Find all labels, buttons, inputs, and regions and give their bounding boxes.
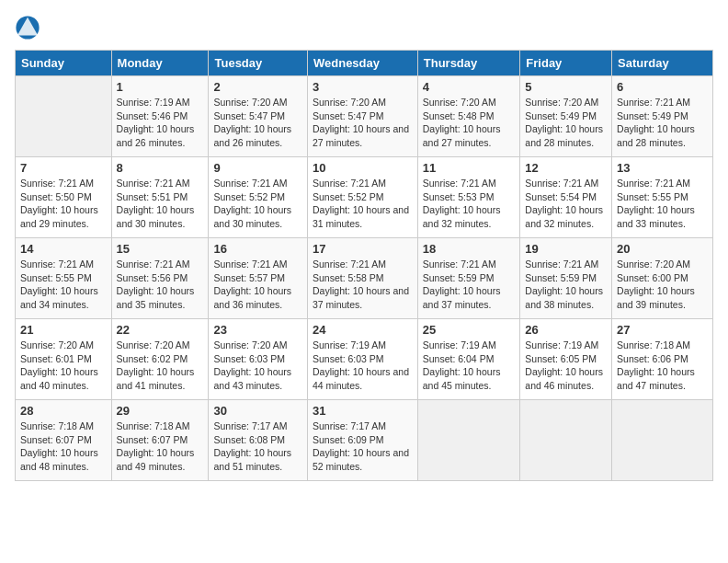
calendar-cell: 3Sunrise: 7:20 AMSunset: 5:47 PMDaylight… [307,76,417,157]
calendar-cell: 6Sunrise: 7:21 AMSunset: 5:49 PMDaylight… [612,76,713,157]
calendar-cell: 31Sunrise: 7:17 AMSunset: 6:09 PMDayligh… [307,400,417,481]
day-number: 23 [213,323,302,337]
day-info: Sunrise: 7:17 AMSunset: 6:08 PMDaylight:… [213,419,302,474]
day-info: Sunrise: 7:20 AMSunset: 6:01 PMDaylight:… [20,339,107,393]
day-number: 11 [423,161,516,175]
calendar-cell: 9Sunrise: 7:21 AMSunset: 5:52 PMDaylight… [209,157,308,238]
day-info: Sunrise: 7:21 AMSunset: 5:58 PMDaylight:… [313,258,413,312]
day-info: Sunrise: 7:18 AMSunset: 6:07 PMDaylight:… [20,419,107,474]
day-info: Sunrise: 7:20 AMSunset: 5:49 PMDaylight:… [525,96,607,150]
calendar-cell: 10Sunrise: 7:21 AMSunset: 5:52 PMDayligh… [307,157,417,238]
logo [15,15,44,40]
day-number: 7 [20,161,107,175]
day-info: Sunrise: 7:18 AMSunset: 6:06 PMDaylight:… [617,339,708,393]
day-info: Sunrise: 7:21 AMSunset: 5:55 PMDaylight:… [617,177,708,231]
day-info: Sunrise: 7:18 AMSunset: 6:07 PMDaylight:… [117,419,204,474]
day-info: Sunrise: 7:20 AMSunset: 6:00 PMDaylight:… [617,258,708,312]
calendar-week-row: 28Sunrise: 7:18 AMSunset: 6:07 PMDayligh… [16,400,713,481]
day-info: Sunrise: 7:21 AMSunset: 5:53 PMDaylight:… [423,177,516,231]
day-number: 10 [313,161,413,175]
calendar-body: 1Sunrise: 7:19 AMSunset: 5:46 PMDaylight… [16,76,713,481]
calendar-header-row: SundayMondayTuesdayWednesdayThursdayFrid… [16,51,713,76]
day-number: 18 [423,242,516,256]
day-info: Sunrise: 7:19 AMSunset: 6:03 PMDaylight:… [313,339,413,393]
day-number: 31 [313,404,413,418]
day-info: Sunrise: 7:20 AMSunset: 6:02 PMDaylight:… [117,339,204,393]
calendar-cell: 5Sunrise: 7:20 AMSunset: 5:49 PMDaylight… [520,76,612,157]
calendar-cell [417,400,520,481]
calendar-cell: 19Sunrise: 7:21 AMSunset: 5:59 PMDayligh… [520,238,612,319]
day-number: 12 [525,161,607,175]
calendar-cell: 4Sunrise: 7:20 AMSunset: 5:48 PMDaylight… [417,76,520,157]
day-info: Sunrise: 7:21 AMSunset: 5:50 PMDaylight:… [20,177,107,231]
day-number: 3 [313,80,413,94]
calendar-cell: 1Sunrise: 7:19 AMSunset: 5:46 PMDaylight… [111,76,209,157]
weekday-header: Saturday [612,51,713,76]
day-info: Sunrise: 7:21 AMSunset: 5:54 PMDaylight:… [525,177,607,231]
day-number: 13 [617,161,708,175]
day-number: 30 [213,404,302,418]
day-number: 2 [213,80,302,94]
day-info: Sunrise: 7:20 AMSunset: 5:47 PMDaylight:… [313,96,413,150]
day-number: 1 [117,80,204,94]
day-info: Sunrise: 7:20 AMSunset: 5:47 PMDaylight:… [213,96,302,150]
day-info: Sunrise: 7:21 AMSunset: 5:59 PMDaylight:… [525,258,607,312]
calendar-cell: 11Sunrise: 7:21 AMSunset: 5:53 PMDayligh… [417,157,520,238]
day-number: 21 [20,323,107,337]
day-info: Sunrise: 7:21 AMSunset: 5:56 PMDaylight:… [117,258,204,312]
day-info: Sunrise: 7:21 AMSunset: 5:57 PMDaylight:… [213,258,302,312]
calendar-cell: 23Sunrise: 7:20 AMSunset: 6:03 PMDayligh… [209,319,308,400]
calendar-cell: 24Sunrise: 7:19 AMSunset: 6:03 PMDayligh… [307,319,417,400]
calendar-cell: 26Sunrise: 7:19 AMSunset: 6:05 PMDayligh… [520,319,612,400]
day-info: Sunrise: 7:19 AMSunset: 6:05 PMDaylight:… [525,339,607,393]
weekday-header: Wednesday [307,51,417,76]
day-info: Sunrise: 7:21 AMSunset: 5:59 PMDaylight:… [423,258,516,312]
calendar-cell [612,400,713,481]
calendar-cell: 21Sunrise: 7:20 AMSunset: 6:01 PMDayligh… [16,319,112,400]
weekday-header: Thursday [417,51,520,76]
day-number: 6 [617,80,708,94]
calendar-cell: 30Sunrise: 7:17 AMSunset: 6:08 PMDayligh… [209,400,308,481]
calendar-cell: 8Sunrise: 7:21 AMSunset: 5:51 PMDaylight… [111,157,209,238]
day-number: 15 [117,242,204,256]
calendar-cell: 15Sunrise: 7:21 AMSunset: 5:56 PMDayligh… [111,238,209,319]
calendar-cell: 7Sunrise: 7:21 AMSunset: 5:50 PMDaylight… [16,157,112,238]
calendar-week-row: 1Sunrise: 7:19 AMSunset: 5:46 PMDaylight… [16,76,713,157]
calendar-week-row: 7Sunrise: 7:21 AMSunset: 5:50 PMDaylight… [16,157,713,238]
calendar-week-row: 14Sunrise: 7:21 AMSunset: 5:55 PMDayligh… [16,238,713,319]
day-info: Sunrise: 7:21 AMSunset: 5:52 PMDaylight:… [213,177,302,231]
day-info: Sunrise: 7:17 AMSunset: 6:09 PMDaylight:… [313,419,413,474]
weekday-header: Friday [520,51,612,76]
day-number: 27 [617,323,708,337]
day-info: Sunrise: 7:21 AMSunset: 5:55 PMDaylight:… [20,258,107,312]
day-number: 14 [20,242,107,256]
logo-icon [15,15,40,40]
day-number: 20 [617,242,708,256]
calendar-cell: 18Sunrise: 7:21 AMSunset: 5:59 PMDayligh… [417,238,520,319]
day-number: 26 [525,323,607,337]
day-number: 5 [525,80,607,94]
day-info: Sunrise: 7:21 AMSunset: 5:49 PMDaylight:… [617,96,708,150]
weekday-header: Sunday [16,51,112,76]
header [15,15,713,40]
calendar-cell: 2Sunrise: 7:20 AMSunset: 5:47 PMDaylight… [209,76,308,157]
calendar-cell: 29Sunrise: 7:18 AMSunset: 6:07 PMDayligh… [111,400,209,481]
calendar-week-row: 21Sunrise: 7:20 AMSunset: 6:01 PMDayligh… [16,319,713,400]
calendar-cell [16,76,112,157]
calendar-cell: 20Sunrise: 7:20 AMSunset: 6:00 PMDayligh… [612,238,713,319]
calendar-cell: 12Sunrise: 7:21 AMSunset: 5:54 PMDayligh… [520,157,612,238]
day-info: Sunrise: 7:19 AMSunset: 5:46 PMDaylight:… [117,96,204,150]
weekday-header: Tuesday [209,51,308,76]
calendar-cell: 22Sunrise: 7:20 AMSunset: 6:02 PMDayligh… [111,319,209,400]
day-number: 4 [423,80,516,94]
day-number: 19 [525,242,607,256]
day-number: 28 [20,404,107,418]
day-number: 17 [313,242,413,256]
calendar-cell: 25Sunrise: 7:19 AMSunset: 6:04 PMDayligh… [417,319,520,400]
calendar-table: SundayMondayTuesdayWednesdayThursdayFrid… [15,50,713,481]
weekday-header: Monday [111,51,209,76]
day-number: 29 [117,404,204,418]
calendar-cell: 27Sunrise: 7:18 AMSunset: 6:06 PMDayligh… [612,319,713,400]
calendar-cell: 28Sunrise: 7:18 AMSunset: 6:07 PMDayligh… [16,400,112,481]
calendar-cell: 16Sunrise: 7:21 AMSunset: 5:57 PMDayligh… [209,238,308,319]
